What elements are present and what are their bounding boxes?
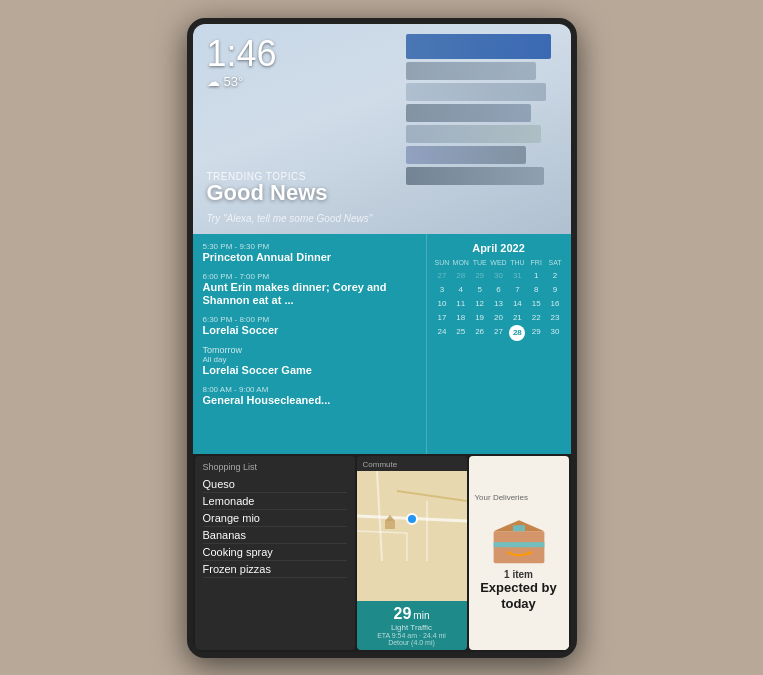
cal-cell[interactable]: 26: [470, 325, 489, 341]
cal-cell[interactable]: 29: [527, 325, 546, 341]
cal-cell[interactable]: 31: [508, 269, 527, 282]
package-icon: [489, 510, 549, 565]
delivery-status: Expected by today: [475, 580, 563, 611]
cal-cell[interactable]: 18: [451, 311, 470, 324]
cal-cell[interactable]: 27: [433, 269, 452, 282]
shopping-item: Bananas: [203, 527, 347, 544]
cal-cell[interactable]: 5: [470, 283, 489, 296]
day-header: MON: [451, 258, 470, 267]
cal-cell[interactable]: 8: [527, 283, 546, 296]
day-header: TUE: [470, 258, 489, 267]
commute-traffic: Light Traffic: [363, 623, 461, 632]
event-item: 5:30 PM - 9:30 PM Princeton Annual Dinne…: [203, 242, 418, 264]
cal-week: 24 25 26 27 28 29 30: [433, 325, 565, 341]
cal-cell[interactable]: 25: [451, 325, 470, 341]
shopping-list-widget: Shopping List Queso Lemonade Orange mio …: [195, 456, 355, 650]
device-frame: 1:46 ☁ 53° Trending Topics Good News Try…: [187, 18, 577, 658]
commute-unit: min: [413, 610, 429, 621]
cal-cell[interactable]: 30: [489, 269, 508, 282]
cal-cell[interactable]: 10: [433, 297, 452, 310]
commute-widget: Commute: [357, 456, 467, 650]
cal-cell[interactable]: 13: [489, 297, 508, 310]
day-header: THU: [508, 258, 527, 267]
cal-cell[interactable]: 7: [508, 283, 527, 296]
cal-cell[interactable]: 9: [546, 283, 565, 296]
calendar-panel: April 2022 SUN MON TUE WED THU FRI SAT 2…: [426, 234, 571, 454]
cal-cell[interactable]: 27: [489, 325, 508, 341]
svg-point-7: [407, 514, 417, 524]
top-section: 1:46 ☁ 53° Trending Topics Good News Try…: [193, 24, 571, 234]
shopping-item: Orange mio: [203, 510, 347, 527]
trending-title: Good News: [207, 180, 328, 206]
cal-cell[interactable]: 28: [451, 269, 470, 282]
event-time: 5:30 PM - 9:30 PM: [203, 242, 418, 251]
event-time: All day: [203, 355, 418, 364]
cal-cell[interactable]: 30: [546, 325, 565, 341]
cal-week: 17 18 19 20 21 22 23: [433, 311, 565, 324]
day-header: SAT: [546, 258, 565, 267]
event-item: 6:00 PM - 7:00 PM Aunt Erin makes dinner…: [203, 272, 418, 307]
cal-cell[interactable]: 1: [527, 269, 546, 282]
cal-cell[interactable]: 29: [470, 269, 489, 282]
event-title: General Housecleaned...: [203, 394, 418, 407]
day-header: WED: [489, 258, 508, 267]
svg-marker-13: [513, 526, 525, 532]
cal-week: 3 4 5 6 7 8 9: [433, 283, 565, 296]
delivery-widget: Your Deliveries 1 item Expected by today: [469, 456, 569, 650]
cal-cell[interactable]: 16: [546, 297, 565, 310]
commute-title: Commute: [357, 456, 467, 471]
cal-cell[interactable]: 2: [546, 269, 565, 282]
calendar-month-year: April 2022: [433, 242, 565, 254]
svg-rect-8: [385, 521, 395, 529]
event-title: Lorelai Soccer: [203, 324, 418, 337]
shopping-list-title: Shopping List: [203, 462, 347, 472]
commute-time: 29: [394, 605, 412, 623]
cal-week: 27 28 29 30 31 1 2: [433, 269, 565, 282]
cal-cell[interactable]: 4: [451, 283, 470, 296]
svg-rect-0: [357, 471, 467, 601]
clock-weather: ☁ 53°: [207, 74, 277, 89]
cal-cell[interactable]: 20: [489, 311, 508, 324]
cal-cell-today[interactable]: 28: [509, 325, 525, 341]
cal-cell[interactable]: 23: [546, 311, 565, 324]
cal-week: 10 11 12 13 14 15 16: [433, 297, 565, 310]
cal-cell[interactable]: 19: [470, 311, 489, 324]
cal-cell[interactable]: 17: [433, 311, 452, 324]
clock-overlay: 1:46 ☁ 53°: [207, 36, 277, 89]
tomorrow-label: Tomorrow: [203, 345, 418, 355]
commute-detail: Detour (4.0 mi): [363, 639, 461, 646]
map-svg: [357, 471, 467, 601]
delivery-count: 1 item: [504, 569, 533, 580]
event-time: 6:00 PM - 7:00 PM: [203, 272, 418, 281]
cal-cell[interactable]: 14: [508, 297, 527, 310]
cal-cell[interactable]: 6: [489, 283, 508, 296]
svg-rect-12: [493, 543, 544, 548]
cal-cell[interactable]: 11: [451, 297, 470, 310]
delivery-title: Your Deliveries: [475, 493, 529, 502]
calendar-header: SUN MON TUE WED THU FRI SAT: [433, 258, 565, 267]
event-item: 6:30 PM - 8:00 PM Lorelai Soccer: [203, 315, 418, 337]
map-area: [357, 471, 467, 601]
day-header: SUN: [433, 258, 452, 267]
event-time: 8:00 AM - 9:00 AM: [203, 385, 418, 394]
events-panel: 5:30 PM - 9:30 PM Princeton Annual Dinne…: [193, 234, 426, 454]
book-decoration: [406, 34, 551, 185]
cal-cell[interactable]: 24: [433, 325, 452, 341]
shopping-item: Lemonade: [203, 493, 347, 510]
clock-time: 1:46: [207, 36, 277, 72]
cal-cell[interactable]: 21: [508, 311, 527, 324]
calendar-grid: SUN MON TUE WED THU FRI SAT 27 28 29 30: [433, 258, 565, 341]
cal-cell[interactable]: 12: [470, 297, 489, 310]
event-title: Lorelai Soccer Game: [203, 364, 418, 377]
commute-info: 29 min Light Traffic ETA 9:54 am · 24.4 …: [357, 601, 467, 650]
event-time: 6:30 PM - 8:00 PM: [203, 315, 418, 324]
cal-cell[interactable]: 15: [527, 297, 546, 310]
temperature: 53°: [224, 74, 244, 89]
commute-eta: ETA 9:54 am · 24.4 mi: [363, 632, 461, 639]
day-header: FRI: [527, 258, 546, 267]
event-item: All day Lorelai Soccer Game: [203, 355, 418, 377]
calendar-events-section: 5:30 PM - 9:30 PM Princeton Annual Dinne…: [193, 234, 571, 454]
svg-rect-10: [493, 532, 544, 564]
cal-cell[interactable]: 22: [527, 311, 546, 324]
cal-cell[interactable]: 3: [433, 283, 452, 296]
